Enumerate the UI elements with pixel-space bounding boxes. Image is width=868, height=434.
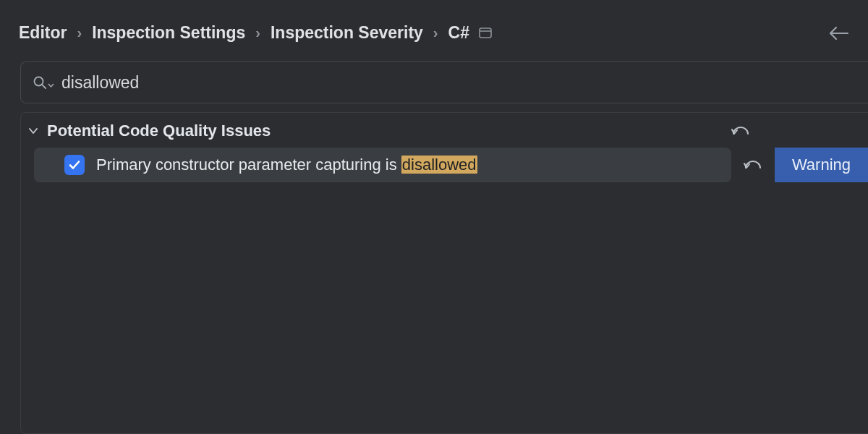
severity-selector[interactable]: Warning — [775, 148, 868, 182]
inspection-checkbox[interactable] — [64, 155, 85, 175]
search-input[interactable] — [61, 73, 856, 93]
back-arrow-icon[interactable] — [827, 25, 849, 41]
chevron-right-icon: › — [255, 25, 260, 41]
window-icon[interactable] — [478, 27, 493, 39]
inspection-label-prefix: Primary constructor parameter capturing … — [96, 156, 401, 174]
chevron-down-icon[interactable] — [24, 122, 43, 140]
breadcrumb-editor[interactable]: Editor — [19, 23, 67, 43]
svg-line-3 — [42, 85, 46, 88]
search-input-container — [20, 61, 868, 103]
results-panel: Potential Code Quality Issues Primary co… — [20, 112, 868, 434]
inspection-label: Primary constructor parameter capturing … — [96, 156, 477, 174]
breadcrumb-inspection-settings[interactable]: Inspection Settings — [92, 23, 245, 43]
search-icon[interactable] — [33, 75, 54, 90]
category-row[interactable]: Potential Code Quality Issues — [21, 120, 868, 148]
undo-icon[interactable] — [729, 122, 752, 140]
inspection-item[interactable]: Primary constructor parameter capturing … — [34, 148, 731, 182]
search-highlight: disallowed — [401, 156, 477, 174]
undo-icon[interactable] — [741, 156, 765, 174]
breadcrumb-csharp[interactable]: C# — [448, 23, 469, 43]
inspection-row: Primary constructor parameter capturing … — [21, 148, 868, 182]
chevron-right-icon: › — [433, 25, 438, 41]
svg-rect-0 — [480, 28, 491, 38]
category-label: Potential Code Quality Issues — [47, 122, 271, 140]
breadcrumb: Editor › Inspection Settings › Inspectio… — [0, 0, 868, 61]
breadcrumb-inspection-severity[interactable]: Inspection Severity — [271, 23, 423, 43]
chevron-right-icon: › — [77, 25, 82, 41]
